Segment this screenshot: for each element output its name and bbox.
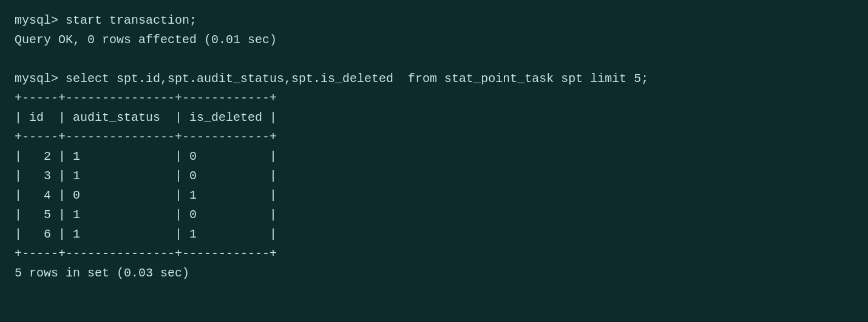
terminal-empty-1 bbox=[15, 50, 853, 69]
terminal-line-5: +-----+---------------+------------+ bbox=[15, 89, 853, 108]
terminal-line-9: | 3 | 1 | 0 | bbox=[15, 166, 853, 186]
terminal-line-14: 5 rows in set (0.03 sec) bbox=[15, 264, 853, 283]
terminal-line-8: | 2 | 1 | 0 | bbox=[15, 147, 853, 166]
terminal-line-10: | 4 | 0 | 1 | bbox=[15, 186, 853, 205]
terminal-line-4: mysql> select spt.id,spt.audit_status,sp… bbox=[15, 69, 853, 89]
terminal-line-6: | id | audit_status | is_deleted | bbox=[15, 108, 853, 128]
terminal-line-13: +-----+---------------+------------+ bbox=[15, 244, 853, 264]
terminal-line-1: mysql> start transaction; bbox=[15, 11, 853, 30]
terminal-container: mysql> start transaction; Query OK, 0 ro… bbox=[15, 11, 853, 283]
terminal-line-2: Query OK, 0 rows affected (0.01 sec) bbox=[15, 30, 853, 50]
terminal-line-7: +-----+---------------+------------+ bbox=[15, 128, 853, 147]
terminal-line-12: | 6 | 1 | 1 | bbox=[15, 225, 853, 244]
terminal-line-11: | 5 | 1 | 0 | bbox=[15, 205, 853, 225]
